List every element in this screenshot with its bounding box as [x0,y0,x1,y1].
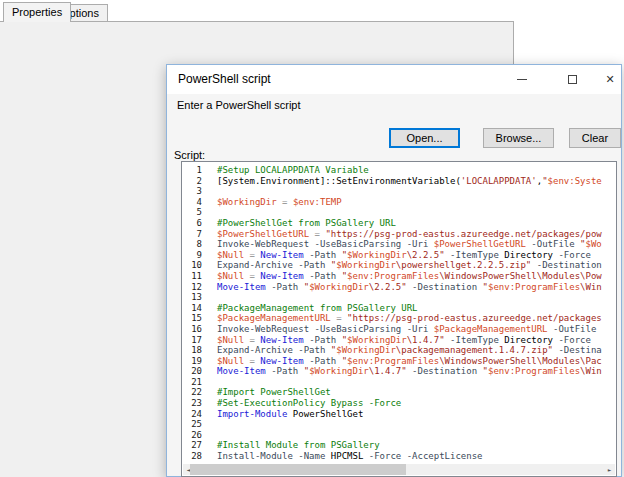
line-number: 22 [182,387,202,398]
code-line: 11$Null = New-Item -Path "$env:ProgramFi… [182,271,616,282]
tab-properties-label: Properties [12,6,62,18]
line-number: 19 [182,356,202,367]
scrollbar-thumb[interactable] [190,464,406,475]
line-number: 16 [182,324,202,335]
line-number: 2 [182,176,202,187]
code-line: 5 [182,207,616,218]
line-number: 13 [182,292,202,303]
code-line: 10Expand-Archive -Path "$WorkingDir\powe… [182,260,616,271]
code-line: 26 [182,430,616,441]
line-number: 8 [182,239,202,250]
tab-properties[interactable]: Properties [3,2,71,22]
clear-button[interactable]: Clear [569,128,621,148]
line-number: 25 [182,419,202,430]
line-number: 10 [182,260,202,271]
close-icon: ✕ [605,74,614,85]
title-bar[interactable]: PowerShell script ✕ [167,65,621,94]
enter-script-caption: Enter a PowerShell script [177,99,301,111]
code-line: 24Import-Module PowerShellGet [182,409,616,420]
open-button[interactable]: Open... [389,128,460,148]
line-number: 26 [182,430,202,441]
line-number: 11 [182,271,202,282]
line-number: 17 [182,335,202,346]
code-line: 3 [182,186,616,197]
code-line: 23#Set-ExecutionPolicy Bypass -Force [182,398,616,409]
code-line: 4$WorkingDir = $env:TEMP [182,197,616,208]
line-number: 3 [182,186,202,197]
code-line: 17$Null = New-Item -Path "$WorkingDir\1.… [182,335,616,346]
code-line: 15$PackageManagementURL = "https://psg-p… [182,313,616,324]
browse-button[interactable]: Browse... [483,128,554,148]
line-number: 27 [182,440,202,451]
horizontal-scrollbar[interactable]: ◄ ► [183,464,615,475]
screen: Properties Options Type: Run PowerShell … [0,0,624,477]
code-line: 19$Null = New-Item -Path "$env:ProgramFi… [182,356,616,367]
code-line: 16Invoke-WebRequest -UseBasicParsing -Ur… [182,324,616,335]
code-line: 12Move-Item -Path "$WorkingDir\2.2.5" -D… [182,282,616,293]
line-number: 14 [182,303,202,314]
line-number: 7 [182,229,202,240]
code-line: 2[System.Environment]::SetEnvironmentVar… [182,176,616,187]
line-number: 28 [182,451,202,462]
line-number: 9 [182,250,202,261]
code-line: 8Invoke-WebRequest -UseBasicParsing -Uri… [182,239,616,250]
code-line: 13 [182,292,616,303]
code-line: 20Move-Item -Path "$WorkingDir\1.4.7" -D… [182,366,616,377]
line-number: 18 [182,345,202,356]
code-line: 21 [182,377,616,388]
line-number: 4 [182,197,202,208]
code-line: 9$Null = New-Item -Path "$WorkingDir\2.2… [182,250,616,261]
line-number: 20 [182,366,202,377]
code-line: 6#PowerShellGet from PSGallery URL [182,218,616,229]
script-editor-lines: 1#Setup LOCALAPPDATA Variable2[System.En… [182,162,616,462]
script-label: Script: [174,149,205,161]
code-line: 22#Import PowerShellGet [182,387,616,398]
code-line: 7$PowerShellGetURL = "https://psg-prod-e… [182,229,616,240]
code-line: 18Expand-Archive -Path "$WorkingDir\pack… [182,345,616,356]
scroll-right-icon[interactable]: ► [604,464,615,475]
powershell-script-dialog: PowerShell script ✕ Enter a PowerShell s… [166,64,622,477]
dialog-title: PowerShell script [178,72,271,86]
line-number: 1 [182,165,202,176]
line-number: 23 [182,398,202,409]
close-button[interactable]: ✕ [595,65,624,93]
minimize-button[interactable] [507,65,537,93]
code-line: 1#Setup LOCALAPPDATA Variable [182,165,616,176]
script-editor[interactable]: 1#Setup LOCALAPPDATA Variable2[System.En… [181,161,617,477]
line-number: 15 [182,313,202,324]
code-line: 14#PackageManagement from PSGallery URL [182,303,616,314]
line-number: 21 [182,377,202,388]
minimize-icon [517,79,527,80]
maximize-button[interactable] [557,65,587,93]
line-number: 6 [182,218,202,229]
code-line: 28Install-Module -Name HPCMSL -Force -Ac… [182,451,616,462]
line-number: 5 [182,207,202,218]
code-line: 25 [182,419,616,430]
code-line: 27#Install Module from PSGallery [182,440,616,451]
maximize-icon [568,75,577,84]
line-number: 12 [182,282,202,293]
line-number: 24 [182,409,202,420]
